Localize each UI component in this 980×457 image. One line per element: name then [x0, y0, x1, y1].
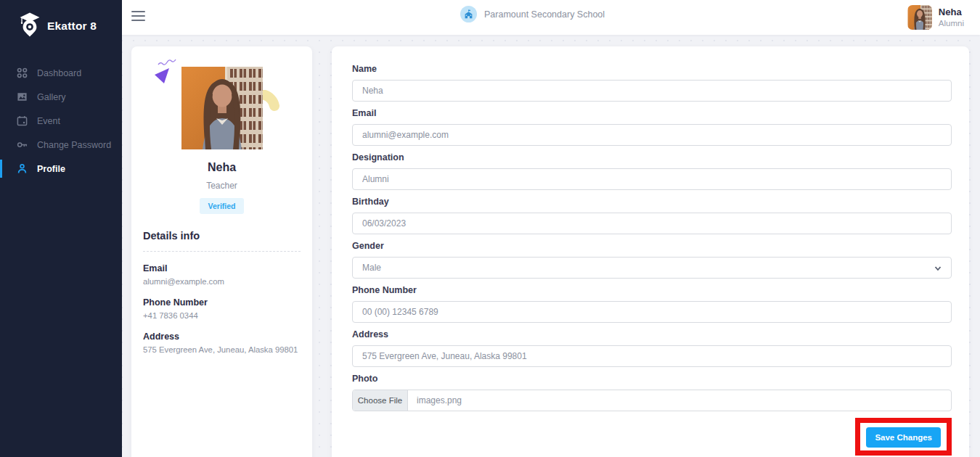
choose-file-button[interactable]: Choose File	[353, 390, 408, 411]
phone-label: Phone Number	[352, 285, 952, 297]
dashed-divider	[143, 251, 301, 252]
chevron-down-icon	[934, 264, 942, 274]
gender-select[interactable]: Male	[352, 257, 952, 279]
photo-file-input[interactable]: Choose File images.png	[352, 390, 952, 411]
header-user-name: Neha	[939, 7, 964, 18]
name-label: Name	[352, 64, 952, 75]
details-info-title: Details info	[143, 230, 301, 242]
dashboard-icon	[17, 67, 28, 78]
school-badge: Paramount Secondary School	[460, 6, 605, 22]
header-user-role: Alumni	[939, 18, 964, 28]
header-user-menu[interactable]: Neha Alumni	[907, 5, 964, 30]
brand[interactable]: Ekattor 8	[0, 0, 122, 42]
birthday-label: Birthday	[352, 197, 952, 208]
detail-phone: Phone Number +41 7836 0344	[143, 297, 301, 320]
school-building-icon	[460, 6, 477, 22]
key-icon	[17, 139, 28, 150]
field-gender: Gender Male	[352, 241, 952, 279]
sidebar-item-gallery[interactable]: Gallery	[0, 85, 122, 109]
sidebar-item-label: Gallery	[37, 92, 66, 102]
event-icon	[17, 115, 28, 126]
sidebar-item-label: Event	[37, 116, 60, 126]
detail-address: Address 575 Evergreen Ave, Juneau, Alask…	[143, 332, 301, 354]
sidebar-item-label: Dashboard	[37, 68, 81, 78]
field-photo: Photo Choose File images.png	[352, 374, 952, 411]
file-name: images.png	[408, 390, 462, 411]
sidebar-item-label: Profile	[37, 164, 65, 174]
annotation-red-box: Save Changes	[855, 418, 952, 456]
save-changes-button[interactable]: Save Changes	[866, 427, 941, 448]
sidebar-item-dashboard[interactable]: Dashboard	[0, 61, 122, 85]
sidebar-menu: Dashboard Gallery Event Change Password	[0, 61, 122, 181]
field-address: Address	[352, 329, 952, 367]
profile-edit-form: Name Email Designation Birthday Gender M…	[352, 64, 952, 456]
user-avatar	[907, 5, 932, 30]
top-header: Paramount Secondary School Neha Alumni	[122, 0, 980, 35]
photo-label: Photo	[352, 374, 952, 385]
school-name: Paramount Secondary School	[484, 9, 605, 20]
hamburger-menu-icon[interactable]	[131, 11, 145, 21]
profile-summary-card: Neha Teacher Verified Details info Email…	[131, 46, 312, 457]
graduation-cap-pin-icon	[19, 12, 41, 41]
verified-badge: Verified	[200, 198, 245, 214]
field-designation: Designation	[352, 152, 952, 190]
profile-name: Neha	[131, 161, 312, 174]
designation-input[interactable]	[352, 168, 952, 190]
field-email: Email	[352, 108, 952, 146]
detail-email: Email alumni@example.com	[143, 263, 301, 286]
phone-input[interactable]	[352, 301, 952, 323]
sidebar: Ekattor 8 Dashboard Gallery Event	[0, 0, 122, 457]
field-phone: Phone Number	[352, 285, 952, 323]
profile-edit-card: Name Email Designation Birthday Gender M…	[332, 46, 969, 457]
field-birthday: Birthday	[352, 197, 952, 234]
profile-photo	[181, 67, 263, 149]
triangle-decoration	[154, 66, 171, 87]
email-input[interactable]	[352, 124, 952, 146]
designation-label: Designation	[352, 152, 952, 164]
person-icon	[17, 163, 28, 174]
gallery-icon	[17, 91, 28, 102]
sidebar-item-change-password[interactable]: Change Password	[0, 133, 122, 157]
address-input[interactable]	[352, 345, 952, 367]
gender-label: Gender	[352, 241, 952, 252]
sidebar-item-profile[interactable]: Profile	[0, 157, 122, 181]
birthday-input[interactable]	[352, 213, 952, 234]
brand-name: Ekattor 8	[47, 20, 97, 33]
sidebar-item-event[interactable]: Event	[0, 109, 122, 133]
sidebar-item-label: Change Password	[37, 140, 111, 150]
field-name: Name	[352, 64, 952, 102]
name-input[interactable]	[352, 80, 952, 102]
profile-role: Teacher	[131, 181, 312, 191]
details-info-section: Details info Email alumni@example.com Ph…	[131, 230, 312, 354]
email-label: Email	[352, 108, 952, 120]
address-label: Address	[352, 329, 952, 341]
